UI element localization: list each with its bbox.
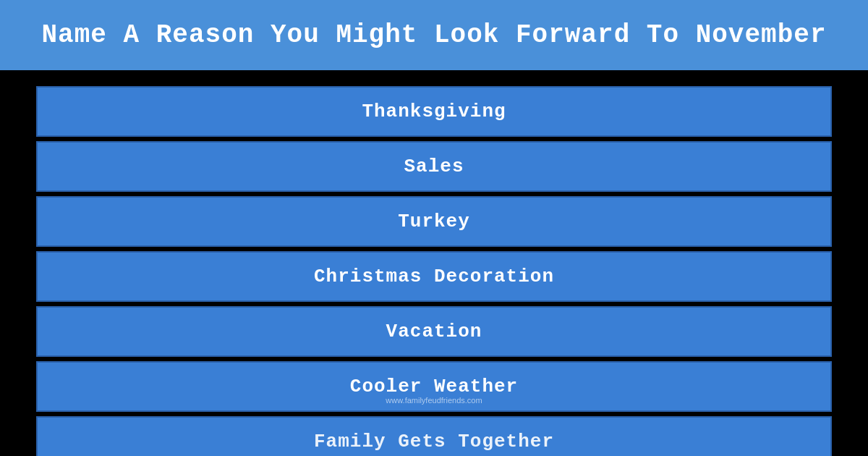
answer-text: Turkey	[398, 211, 470, 232]
answer-row: Family Gets Together	[36, 416, 832, 456]
answer-row: Thanksgiving	[36, 86, 832, 137]
question-header: Name A Reason You Might Look Forward To …	[0, 0, 868, 73]
watermark: www.familyfeudfriends.com	[386, 396, 482, 405]
answer-row: Christmas Decoration	[36, 251, 832, 302]
answer-row: Cooler Weatherwww.familyfeudfriends.com	[36, 361, 832, 412]
answer-text: Thanksgiving	[362, 101, 506, 122]
answer-row: Turkey	[36, 196, 832, 247]
answer-text: Cooler Weather	[350, 376, 518, 397]
answers-list: ThanksgivingSalesTurkeyChristmas Decorat…	[0, 79, 868, 456]
answer-row: Vacation	[36, 306, 832, 357]
answer-text: Sales	[404, 156, 464, 177]
answer-text: Christmas Decoration	[314, 266, 554, 287]
answer-text: Vacation	[386, 321, 482, 342]
answer-text: Family Gets Together	[314, 431, 554, 452]
answer-row: Sales	[36, 141, 832, 192]
question-title: Name A Reason You Might Look Forward To …	[42, 20, 827, 50]
